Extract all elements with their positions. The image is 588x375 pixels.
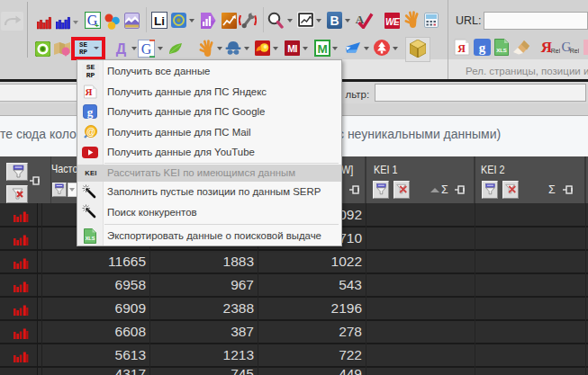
- svg-text:MI: MI: [287, 43, 297, 54]
- svg-text:M: M: [317, 42, 327, 56]
- svg-text:G: G: [141, 41, 152, 57]
- svg-text:Д: Д: [116, 41, 127, 57]
- svg-text:Я: Я: [457, 42, 466, 55]
- svg-text:@: @: [86, 127, 95, 137]
- svg-text:XLS: XLS: [86, 236, 95, 241]
- svg-text:Я: Я: [86, 86, 93, 97]
- svg-text:Rel: Rel: [570, 48, 579, 54]
- svg-text:g: g: [479, 40, 486, 55]
- svg-text:g: g: [87, 105, 94, 119]
- svg-text:+: +: [95, 22, 99, 30]
- svg-text:WE: WE: [385, 17, 400, 27]
- svg-text:XLS: XLS: [496, 48, 507, 53]
- svg-text:B: B: [330, 13, 339, 28]
- svg-text:Li: Li: [154, 14, 165, 28]
